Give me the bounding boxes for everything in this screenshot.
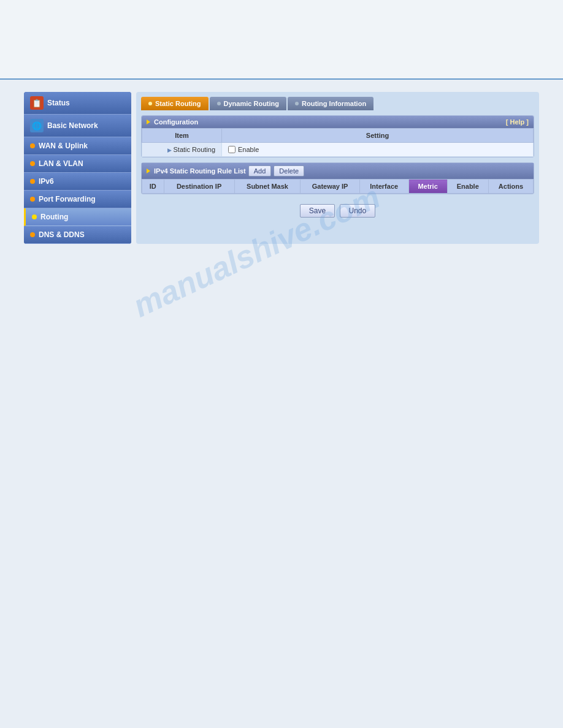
configuration-panel: Configuration [ Help ] Item Setting Stat…: [141, 115, 534, 157]
undo-button[interactable]: Undo: [340, 204, 376, 218]
sidebar-item-wan-uplink-label: WAN & Uplink: [39, 142, 88, 150]
configuration-arrow-icon: [147, 119, 150, 124]
delete-rule-button[interactable]: Delete: [274, 165, 304, 176]
add-rule-button[interactable]: Add: [248, 165, 272, 176]
tab-static-routing[interactable]: Static Routing: [141, 97, 209, 110]
sidebar-item-port-forwarding[interactable]: Port Forwarding: [24, 191, 131, 208]
static-routing-enable-checkbox[interactable]: [228, 146, 236, 153]
sidebar-item-status[interactable]: 📋 Status: [24, 92, 131, 115]
lan-vlan-bullet: [30, 161, 35, 166]
routing-bullet: [32, 214, 37, 219]
rule-list-arrow-icon: [147, 169, 150, 173]
tab-bar: Static Routing Dynamic Routing Routing I…: [141, 97, 534, 110]
routing-table: ID Destination IP Subnet Mask Gateway IP…: [142, 179, 534, 194]
static-routing-tab-dot: [148, 102, 152, 105]
sidebar-item-ipv6-label: IPv6: [39, 177, 54, 186]
sidebar-item-dns-ddns-label: DNS & DDNS: [39, 230, 85, 239]
configuration-title: Configuration: [154, 118, 198, 126]
enable-checkbox-wrapper: Enable: [228, 146, 527, 153]
sidebar-item-wan-uplink[interactable]: WAN & Uplink: [24, 137, 131, 155]
routing-rule-list-panel: IPv4 Static Routing Rule List Add Delete…: [141, 162, 534, 194]
wan-uplink-bullet: [30, 143, 35, 148]
sidebar-item-basic-network-label: Basic Network: [47, 121, 98, 130]
sidebar: 📋 Status 🌐 Basic Network WAN & Uplink LA…: [24, 92, 131, 244]
config-col-item: Item: [142, 129, 222, 143]
col-actions: Actions: [489, 180, 534, 194]
col-enable: Enable: [447, 180, 489, 194]
sidebar-item-routing[interactable]: Routing: [24, 208, 131, 226]
col-interface: Interface: [359, 180, 408, 194]
sidebar-item-lan-vlan[interactable]: LAN & VLAN: [24, 155, 131, 173]
config-col-setting: Setting: [222, 129, 534, 143]
sidebar-item-routing-label: Routing: [40, 213, 68, 221]
col-subnet-mask: Subnet Mask: [234, 180, 301, 194]
ipv6-bullet: [30, 179, 35, 184]
basic-network-icon: 🌐: [30, 119, 44, 132]
sidebar-item-dns-ddns[interactable]: DNS & DDNS: [24, 226, 131, 244]
enable-label: Enable: [238, 146, 259, 153]
sidebar-item-lan-vlan-label: LAN & VLAN: [39, 159, 83, 168]
configuration-header-left: Configuration: [147, 118, 198, 126]
configuration-table: Item Setting Static Routing Enable: [142, 128, 534, 157]
col-metric: Metric: [408, 180, 447, 194]
tab-routing-information[interactable]: Routing Information: [288, 97, 373, 110]
dns-ddns-bullet: [30, 232, 35, 237]
status-icon: 📋: [30, 96, 44, 110]
static-routing-item-cell: Static Routing: [142, 143, 222, 157]
save-button[interactable]: Save: [300, 204, 335, 218]
table-row: Static Routing Enable: [142, 143, 534, 157]
col-gateway-ip: Gateway IP: [301, 180, 359, 194]
dynamic-routing-tab-label: Dynamic Routing: [224, 100, 279, 107]
sidebar-item-ipv6[interactable]: IPv6: [24, 173, 131, 191]
help-link[interactable]: [ Help ]: [506, 118, 529, 126]
sidebar-item-port-forwarding-label: Port Forwarding: [39, 195, 96, 203]
static-routing-setting-cell: Enable: [222, 143, 534, 157]
routing-information-tab-dot: [295, 102, 299, 105]
tab-dynamic-routing[interactable]: Dynamic Routing: [210, 97, 286, 110]
dynamic-routing-tab-dot: [217, 102, 221, 105]
rule-list-title: IPv4 Static Routing Rule List: [154, 167, 246, 175]
routing-rule-list-header: IPv4 Static Routing Rule List Add Delete: [142, 163, 534, 179]
configuration-panel-header: Configuration [ Help ]: [142, 116, 534, 128]
port-forwarding-bullet: [30, 197, 35, 202]
col-id: ID: [142, 180, 164, 194]
content-area: Static Routing Dynamic Routing Routing I…: [136, 92, 539, 244]
sidebar-item-status-label: Status: [47, 99, 70, 107]
sidebar-item-basic-network[interactable]: 🌐 Basic Network: [24, 115, 131, 137]
action-row: Save Undo: [141, 199, 534, 222]
col-destination-ip: Destination IP: [164, 180, 234, 194]
static-routing-tab-label: Static Routing: [155, 100, 201, 107]
routing-information-tab-label: Routing Information: [302, 100, 366, 107]
